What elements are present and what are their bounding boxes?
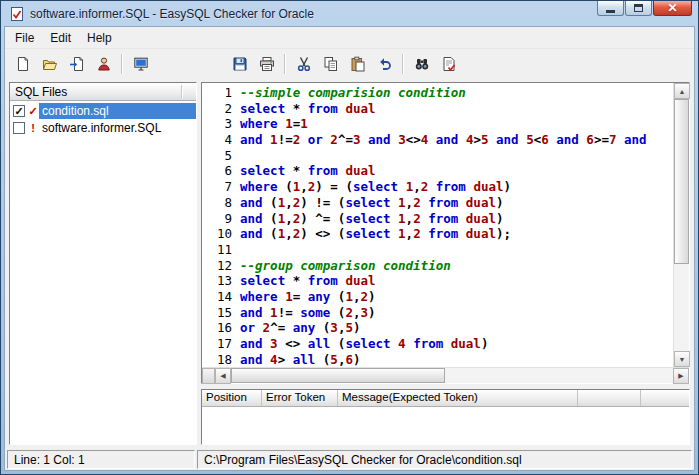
- undo-button[interactable]: [372, 52, 397, 76]
- code-text: select * from dual: [240, 273, 375, 288]
- code-text: select * from dual: [240, 163, 375, 178]
- save-button[interactable]: [227, 52, 252, 76]
- arrow-left-icon: ◀: [220, 372, 225, 380]
- close-button[interactable]: ✕: [653, 1, 692, 16]
- copy-button[interactable]: [318, 52, 343, 76]
- client-area: FileEditHelp SQL Files ✓✓condition.sql!s…: [4, 26, 695, 471]
- editor-line: 12--group comparison condition: [202, 258, 673, 274]
- line-number: 3: [202, 116, 232, 132]
- editor-line: 9and (1,2) ^= (select 1,2 from dual): [202, 211, 673, 227]
- file-name[interactable]: software.informer.SQL: [39, 120, 196, 136]
- editor-column: 1--simple comparision condition2select *…: [201, 82, 690, 445]
- menu-file[interactable]: File: [7, 29, 42, 47]
- syntax-check-button[interactable]: [436, 52, 461, 76]
- line-number: 17: [202, 336, 232, 352]
- file-name[interactable]: condition.sql: [39, 103, 196, 119]
- main-area: SQL Files ✓✓condition.sql!software.infor…: [5, 78, 694, 448]
- title-bar[interactable]: software.informer.SQL - EasySQL Checker …: [4, 1, 695, 26]
- find-icon: [414, 56, 430, 72]
- horizontal-scroll-thumb[interactable]: [231, 368, 445, 383]
- new-file-icon: [15, 56, 31, 72]
- code-text: and 3 <> all (select 4 from dual): [240, 336, 488, 351]
- menu-help[interactable]: Help: [79, 29, 120, 47]
- status-bar: Line: 1 Col: 1 C:\Program Files\EasySQL …: [5, 448, 694, 470]
- code-text: where (1,2) = (select 1,2 from dual): [240, 179, 511, 194]
- horizontal-scroll-track[interactable]: [445, 368, 673, 383]
- editor-line: 3where 1=1: [202, 116, 673, 132]
- red-check-icon: ✓: [27, 105, 39, 117]
- find-button[interactable]: [409, 52, 434, 76]
- maximize-button[interactable]: [625, 1, 652, 16]
- code-text: and (1,2) ^= (select 1,2 from dual): [240, 211, 503, 226]
- code-area[interactable]: 1--simple comparision condition2select *…: [202, 83, 673, 367]
- scroll-right-button[interactable]: ▶: [673, 368, 689, 384]
- line-number: 13: [202, 273, 232, 289]
- paste-button[interactable]: [345, 52, 370, 76]
- print-button[interactable]: [254, 52, 279, 76]
- code-text: and (1,2) != (select 1,2 from dual): [240, 195, 503, 210]
- code-text: and 1!= some (2,3): [240, 305, 376, 320]
- error-list-body[interactable]: [202, 407, 689, 444]
- vertical-scroll-thumb[interactable]: [674, 99, 689, 264]
- open-folder-icon: [42, 56, 58, 72]
- file-row[interactable]: ✓✓condition.sql: [10, 102, 196, 119]
- code-text: where 1= any (1,2): [240, 289, 376, 304]
- copy-icon: [323, 56, 339, 72]
- monitor-icon: [133, 56, 149, 72]
- error-list-header: PositionError TokenMessage(Expected Toke…: [202, 390, 689, 407]
- scroll-left-button[interactable]: ◀: [215, 368, 231, 384]
- wizard-button[interactable]: [91, 52, 116, 76]
- file-list: ✓✓condition.sql!software.informer.SQL: [10, 101, 196, 444]
- scroll-down-button[interactable]: ▼: [674, 351, 690, 367]
- editor-line: 16or 2^= any (3,5): [202, 320, 673, 336]
- line-number: 10: [202, 226, 232, 242]
- import-file-icon: [69, 56, 85, 72]
- wizard-icon: [96, 56, 112, 72]
- h-scroll-grip[interactable]: [202, 368, 215, 384]
- horizontal-scrollbar[interactable]: ◀ ▶: [202, 367, 689, 383]
- app-window: software.informer.SQL - EasySQL Checker …: [0, 0, 699, 475]
- editor-line: 10and (1,2) <> (select 1,2 from dual);: [202, 226, 673, 242]
- app-check-icon: [9, 6, 25, 22]
- options-button[interactable]: [128, 52, 153, 76]
- vertical-scrollbar[interactable]: ▲ ▼: [673, 83, 689, 367]
- error-list-panel: PositionError TokenMessage(Expected Toke…: [201, 389, 690, 445]
- editor-line: 11: [202, 242, 673, 258]
- red-exclamation-icon: !: [27, 122, 39, 134]
- new-file-button[interactable]: [10, 52, 35, 76]
- toolbar-separator: [284, 54, 286, 74]
- code-text: --simple comparision condition: [240, 85, 466, 100]
- sql-editor: 1--simple comparision condition2select *…: [201, 82, 690, 384]
- checkbox-unchecked-icon[interactable]: [13, 122, 25, 134]
- cut-button[interactable]: [291, 52, 316, 76]
- save-icon: [232, 56, 248, 72]
- editor-line: 5: [202, 148, 673, 164]
- maximize-icon: [634, 4, 643, 12]
- import-file-button[interactable]: [64, 52, 89, 76]
- code-text: where 1=1: [240, 116, 308, 131]
- line-number: 9: [202, 211, 232, 227]
- line-number: 12: [202, 258, 232, 274]
- window-controls: ✕: [597, 1, 692, 16]
- minimize-button[interactable]: [597, 1, 624, 16]
- file-row[interactable]: !software.informer.SQL: [10, 119, 196, 136]
- arrow-right-icon: ▶: [678, 372, 683, 380]
- open-file-button[interactable]: [37, 52, 62, 76]
- editor-line: 1--simple comparision condition: [202, 85, 673, 101]
- print-icon: [259, 56, 275, 72]
- close-icon: ✕: [667, 2, 677, 14]
- line-number: 8: [202, 195, 232, 211]
- checkbox-checked-icon[interactable]: ✓: [13, 105, 25, 117]
- error-column-filler: [578, 390, 641, 406]
- line-number: 7: [202, 179, 232, 195]
- toolbar: [5, 48, 694, 78]
- window-title: software.informer.SQL - EasySQL Checker …: [30, 7, 314, 21]
- toolbar-separator: [402, 54, 404, 74]
- scroll-up-button[interactable]: ▲: [674, 83, 690, 99]
- editor-line: 7where (1,2) = (select 1,2 from dual): [202, 179, 673, 195]
- menu-edit[interactable]: Edit: [42, 29, 79, 47]
- error-column-tail: [641, 390, 689, 406]
- code-text: --group comparison condition: [240, 258, 451, 273]
- vertical-scroll-track[interactable]: [674, 264, 689, 351]
- header-divider: [181, 85, 183, 98]
